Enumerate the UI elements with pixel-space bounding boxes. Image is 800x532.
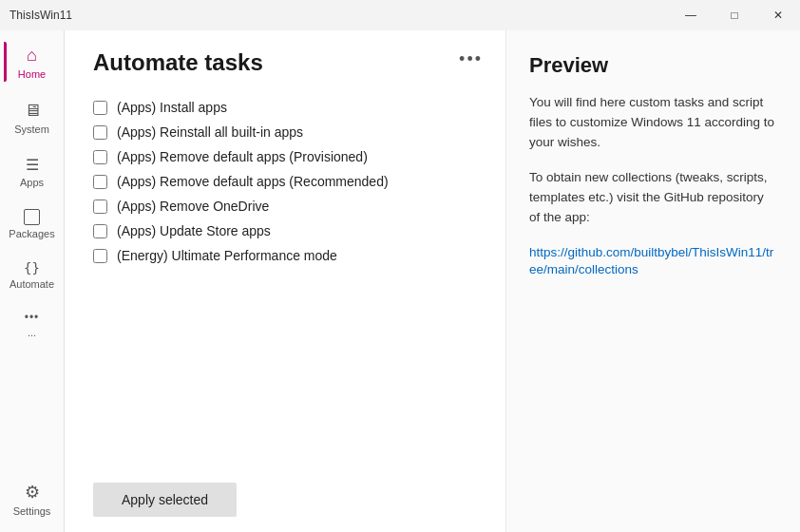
github-link[interactable]: https://github.com/builtbybel/ThisIsWin1…	[529, 245, 773, 276]
close-button[interactable]: ✕	[756, 0, 800, 30]
task-label: (Energy) Ultimate Performance mode	[117, 248, 337, 263]
sidebar-label-more: ...	[28, 327, 36, 338]
left-panel: Automate tasks ••• (Apps) Install apps(A…	[65, 30, 505, 532]
automate-icon: {}	[24, 260, 40, 276]
task-checkbox-6[interactable]	[93, 249, 107, 263]
apply-selected-button[interactable]: Apply selected	[93, 483, 237, 517]
packages-icon	[24, 209, 40, 225]
sidebar-item-system[interactable]: 🖥 System	[4, 91, 60, 142]
preview-title: Preview	[529, 53, 777, 78]
sidebar-item-settings[interactable]: ⚙ Settings	[4, 472, 60, 524]
preview-paragraph-2: To obtain new collections (tweaks, scrip…	[529, 168, 777, 228]
sidebar-label-packages: Packages	[9, 228, 54, 239]
apps-icon: ☰	[26, 156, 39, 174]
task-list: (Apps) Install apps(Apps) Reinstall all …	[93, 95, 486, 467]
task-item[interactable]: (Apps) Update Store apps	[93, 218, 485, 243]
title-bar: ThisIsWin11 — □ ✕	[0, 0, 800, 30]
system-icon: 🖥	[24, 101, 41, 121]
sidebar-label-settings: Settings	[13, 505, 51, 517]
sidebar-label-system: System	[14, 124, 49, 135]
main-content: Automate tasks ••• (Apps) Install apps(A…	[65, 30, 800, 532]
task-label: (Apps) Remove OneDrive	[117, 199, 269, 214]
app-body: ⌂ Home 🖥 System ☰ Apps Packages {} Autom…	[0, 30, 800, 532]
more-icon: •••	[25, 311, 40, 324]
panel-header: Automate tasks •••	[93, 49, 486, 76]
sidebar-item-home[interactable]: ⌂ Home	[4, 36, 60, 87]
task-checkbox-2[interactable]	[93, 150, 107, 164]
task-item[interactable]: (Apps) Remove OneDrive	[93, 194, 485, 218]
more-options-button[interactable]: •••	[455, 49, 486, 69]
task-label: (Apps) Remove default apps (Recommended)	[117, 174, 389, 189]
sidebar-label-apps: Apps	[20, 177, 44, 188]
preview-paragraph-1: You will find here custom tasks and scri…	[529, 93, 777, 153]
sidebar-item-apps[interactable]: ☰ Apps	[4, 146, 60, 196]
sidebar-item-more[interactable]: ••• ...	[4, 301, 60, 346]
maximize-button[interactable]: □	[713, 0, 756, 30]
sidebar-item-automate[interactable]: {} Automate	[4, 251, 60, 297]
task-label: (Apps) Install apps	[117, 100, 227, 115]
task-item[interactable]: (Apps) Reinstall all built-in apps	[93, 120, 485, 144]
task-item[interactable]: (Apps) Remove default apps (Recommended)	[93, 169, 485, 194]
home-icon: ⌂	[27, 46, 37, 66]
sidebar-label-home: Home	[18, 68, 46, 80]
window-controls: — □ ✕	[669, 0, 800, 30]
task-checkbox-1[interactable]	[93, 125, 107, 140]
sidebar: ⌂ Home 🖥 System ☰ Apps Packages {} Autom…	[0, 30, 65, 532]
task-label: (Apps) Update Store apps	[117, 223, 271, 238]
task-checkbox-5[interactable]	[93, 224, 107, 238]
task-label: (Apps) Remove default apps (Provisioned)	[117, 149, 368, 164]
app-title: ThisIsWin11	[10, 9, 72, 22]
task-checkbox-4[interactable]	[93, 200, 107, 214]
sidebar-item-packages[interactable]: Packages	[4, 200, 60, 247]
task-checkbox-3[interactable]	[93, 175, 107, 189]
task-item[interactable]: (Apps) Remove default apps (Provisioned)	[93, 144, 485, 169]
apply-button-area: Apply selected	[93, 467, 486, 517]
task-checkbox-0[interactable]	[93, 101, 107, 115]
minimize-button[interactable]: —	[669, 0, 713, 30]
task-label: (Apps) Reinstall all built-in apps	[117, 124, 303, 140]
task-item[interactable]: (Apps) Install apps	[93, 95, 485, 120]
right-panel: Preview You will find here custom tasks …	[505, 30, 800, 532]
panel-title: Automate tasks	[93, 49, 263, 76]
task-item[interactable]: (Energy) Ultimate Performance mode	[93, 243, 485, 268]
sidebar-label-automate: Automate	[10, 278, 54, 290]
settings-icon: ⚙	[25, 482, 40, 503]
